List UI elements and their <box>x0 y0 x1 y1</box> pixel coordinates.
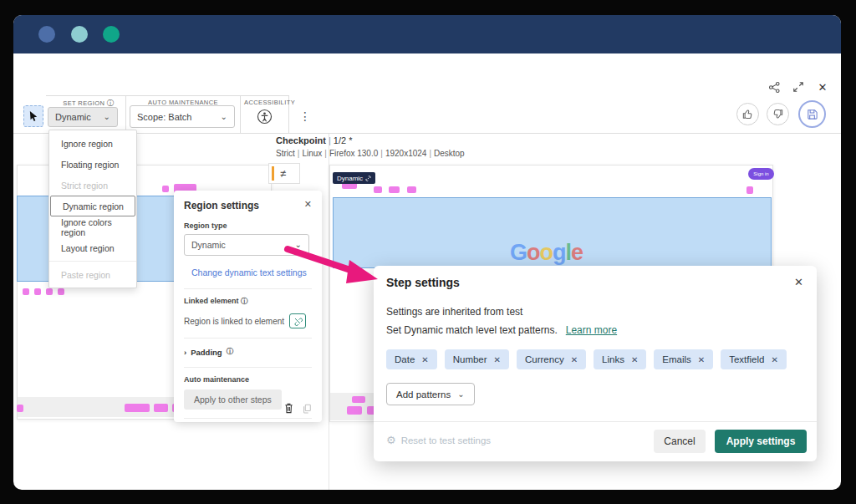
google-logo: Google <box>510 240 583 266</box>
step-settings-title: Step settings <box>386 276 460 289</box>
chip-textfield: Textfield✕ <box>721 349 787 369</box>
reset-to-test-settings-button[interactable]: ⚙ Reset to test settings <box>386 434 491 446</box>
linked-element-row: Region is linked to element <box>184 313 312 328</box>
accessibility-button[interactable] <box>257 109 273 125</box>
region-type-dropdown[interactable]: Dynamic ⌄ <box>184 234 309 256</box>
titlebar-dot-3 <box>103 26 120 43</box>
auto-maintenance-label: Auto maintenance <box>184 375 312 384</box>
region-marker <box>23 288 29 295</box>
padding-section-toggle[interactable]: › Padding ⓘ <box>184 347 312 357</box>
region-marker <box>34 288 41 295</box>
add-patterns-button[interactable]: Add patterns ⌄ <box>386 383 475 405</box>
info-icon: ⓘ <box>241 297 248 305</box>
more-options-icon[interactable]: ⋮ <box>299 109 311 123</box>
save-button[interactable] <box>798 100 826 128</box>
chip-currency: Currency✕ <box>517 349 586 369</box>
chevron-down-icon: ⌄ <box>295 242 302 247</box>
pattern-chips: Date✕ Number✕ Currency✕ Links✕ Emails✕ T… <box>386 349 787 369</box>
close-icon[interactable]: ✕ <box>794 276 803 288</box>
toolbar-divider <box>125 95 126 133</box>
remove-chip-icon[interactable]: ✕ <box>494 355 501 364</box>
thumbs-up-icon <box>741 108 754 120</box>
app-window: ✕ SET REGION ⓘ Dynamic ⌄ AUTO MAINTENANC… <box>13 15 841 490</box>
remove-chip-icon[interactable]: ✕ <box>421 355 428 364</box>
region-marker <box>46 288 53 295</box>
set-region-value: Dynamic <box>55 112 91 122</box>
save-icon <box>806 108 818 120</box>
info-icon: ⓘ <box>107 99 115 107</box>
apply-to-other-steps-button[interactable]: Apply to other steps <box>184 389 282 410</box>
step-settings-modal: Step settings ✕ Settings are inherited f… <box>374 266 817 461</box>
gear-icon: ⚙ <box>386 434 396 446</box>
chip-number: Number✕ <box>445 349 509 369</box>
chevron-right-icon: › <box>184 348 186 357</box>
region-marker <box>389 186 400 193</box>
menu-item-strict-region[interactable]: Strict region <box>49 175 136 196</box>
dynamic-region-tag: Dynamic <box>333 172 375 184</box>
patterns-intro: Set Dynamic match level text patterns. L… <box>386 324 617 336</box>
change-dynamic-text-settings-link[interactable]: Change dynamic text settings <box>191 267 312 277</box>
region-marker <box>162 186 169 192</box>
accessibility-icon <box>257 109 273 125</box>
close-icon[interactable]: ✕ <box>816 80 829 94</box>
remove-chip-icon[interactable]: ✕ <box>631 355 638 364</box>
thumbs-down-button[interactable] <box>767 103 789 125</box>
menu-item-paste-region[interactable]: Paste region <box>49 264 136 285</box>
linked-element-label: Linked element ⓘ <box>184 297 312 307</box>
chevron-down-icon: ⌄ <box>104 115 110 120</box>
apply-settings-button[interactable]: Apply settings <box>715 430 807 453</box>
sign-in-button-region: Sign in <box>748 168 774 180</box>
checkpoint-page: 1/2 <box>334 135 346 145</box>
chip-links: Links✕ <box>594 349 646 369</box>
remove-chip-icon[interactable]: ✕ <box>771 355 777 364</box>
region-marker <box>407 186 416 193</box>
menu-item-ignore-colors-region[interactable]: Ignore colors region <box>49 216 136 237</box>
set-region-dropdown[interactable]: Dynamic ⌄ <box>48 107 118 127</box>
toolbar-top-border <box>46 95 288 96</box>
auto-maintenance-dropdown[interactable]: Scope: Batch ⌄ <box>130 105 235 128</box>
modal-divider <box>374 421 817 422</box>
menu-item-layout-region[interactable]: Layout region <box>49 237 136 258</box>
learn-more-link[interactable]: Learn more <box>566 324 617 336</box>
link-icon <box>365 176 371 181</box>
region-settings-panel: Region settings ✕ Region type Dynamic ⌄ … <box>174 191 322 422</box>
select-region-tool-button[interactable] <box>23 105 43 127</box>
diff-indicator: ≠ <box>268 163 300 184</box>
share-icon[interactable] <box>767 80 781 94</box>
dynamic-region-overlay[interactable]: Google <box>333 197 772 268</box>
unlink-button[interactable] <box>289 313 306 328</box>
remove-chip-icon[interactable]: ✕ <box>698 355 705 364</box>
delete-region-icon[interactable] <box>283 402 294 414</box>
duplicate-region-icon[interactable] <box>302 403 312 414</box>
menu-item-floating-region[interactable]: Floating region <box>49 154 136 175</box>
cursor-icon <box>28 110 39 122</box>
set-region-menu: Ignore region Floating region Strict reg… <box>48 130 137 288</box>
menu-divider <box>49 261 136 262</box>
accessibility-label: ACCESSIBILITY <box>244 99 284 106</box>
menu-item-dynamic-region[interactable]: Dynamic region <box>50 196 135 216</box>
info-icon: ⓘ <box>227 347 234 357</box>
close-icon[interactable]: ✕ <box>304 199 312 210</box>
diff-color-bar <box>272 166 274 181</box>
chevron-down-icon: ⌄ <box>221 115 227 120</box>
thumbs-down-icon <box>772 108 784 120</box>
region-type-value: Dynamic <box>191 240 226 250</box>
unlink-icon <box>293 316 303 326</box>
expand-icon[interactable] <box>792 80 805 94</box>
remove-chip-icon[interactable]: ✕ <box>571 355 578 364</box>
toolbar-bottom-border <box>13 133 841 134</box>
titlebar-dot-1 <box>38 26 55 43</box>
region-marker <box>374 186 382 193</box>
cancel-button[interactable]: Cancel <box>654 430 706 453</box>
region-marker <box>58 288 64 295</box>
checkpoint-title: Checkpoint|1/2 * <box>276 135 352 145</box>
toolbar-divider <box>240 95 241 133</box>
not-equal-icon: ≠ <box>280 167 286 180</box>
thumbs-up-button[interactable] <box>736 103 759 125</box>
chip-date: Date✕ <box>386 349 437 369</box>
chip-emails: Emails✕ <box>654 349 713 369</box>
inherited-text: Settings are inherited from test <box>386 306 522 318</box>
menu-item-ignore-region[interactable]: Ignore region <box>49 133 136 154</box>
unsaved-indicator: * <box>349 135 352 145</box>
auto-maintenance-value: Scope: Batch <box>137 112 191 122</box>
